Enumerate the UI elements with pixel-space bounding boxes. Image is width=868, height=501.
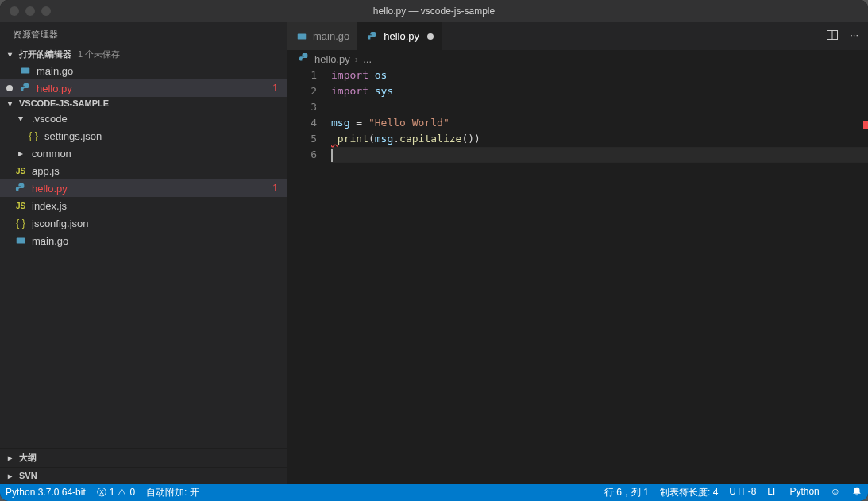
unsaved-badge: 1 个未保存 — [78, 48, 120, 60]
py-file-icon — [19, 83, 32, 94]
chevron-down-icon: ▾ — [3, 99, 16, 108]
warning-icon: ⚠ — [118, 487, 126, 498]
tab-label: hello.py — [384, 30, 419, 42]
statusbar: Python 3.7.0 64-bit ⓧ 1 ⚠ 0 自动附加: 开 行 6，… — [0, 484, 868, 501]
file-label: common — [32, 148, 287, 160]
sb-encoding[interactable]: UTF-8 — [723, 486, 762, 497]
tab-label: main.go — [313, 30, 349, 42]
sb-tab-size[interactable]: 制表符长度: 4 — [654, 486, 723, 499]
file-label: index.js — [32, 200, 287, 212]
file-label: settings.json — [44, 130, 287, 142]
json-icon: { } — [14, 218, 27, 229]
code-line[interactable]: import sys — [331, 83, 868, 99]
tabs-row: main.gohello.py ··· — [287, 22, 868, 50]
sidebar-bottom-sections: ▸ 大纲 ▸ SVN — [0, 448, 287, 484]
js-icon: JS — [14, 202, 27, 210]
traffic-lights — [0, 6, 51, 16]
editor-tab[interactable]: main.go — [287, 22, 358, 50]
file-item[interactable]: main.go — [0, 232, 287, 249]
py-icon — [14, 183, 27, 194]
chevron-right-icon: ▸ — [3, 472, 16, 480]
problems-count: 1 — [272, 83, 278, 94]
code-line[interactable]: import os — [331, 67, 868, 83]
py-file-icon — [366, 31, 379, 42]
editor-tab[interactable]: hello.py — [358, 22, 442, 50]
project-label: VSCODE-JS-SAMPLE — [19, 98, 109, 108]
file-label: app.js — [32, 165, 287, 177]
folder-item[interactable]: ▸common — [0, 145, 287, 162]
code-editor[interactable]: 123456 import osimport sysmsg = "Hello W… — [287, 67, 868, 484]
svn-header[interactable]: ▸ SVN — [0, 467, 287, 484]
line-number: 1 — [287, 67, 317, 83]
file-label: main.go — [37, 65, 287, 77]
go-icon — [14, 235, 27, 246]
open-editors-header[interactable]: ▾ 打开的编辑器 1 个未保存 — [0, 47, 287, 62]
sb-eol[interactable]: LF — [762, 486, 784, 497]
file-label: hello.py — [37, 83, 287, 94]
code-line[interactable]: msg = "Hello World" — [331, 115, 868, 131]
line-number: 6 — [287, 147, 317, 163]
sb-python-interpreter[interactable]: Python 3.7.0 64-bit — [0, 484, 91, 501]
breadcrumb-tail: ... — [363, 53, 372, 65]
titlebar: hello.py — vscode-js-sample — [0, 0, 868, 22]
problems-count: 1 — [272, 183, 278, 194]
outline-header[interactable]: ▸ 大纲 — [0, 448, 287, 467]
line-number: 4 — [287, 115, 317, 131]
sb-problems[interactable]: ⓧ 1 ⚠ 0 — [91, 484, 141, 501]
close-window-button[interactable] — [10, 6, 19, 16]
text-cursor — [331, 149, 333, 162]
line-numbers-gutter: 123456 — [287, 67, 331, 484]
file-label: jsconfig.json — [32, 218, 287, 229]
line-number: 3 — [287, 99, 317, 115]
vscode-window: hello.py — vscode-js-sample 资源管理器 ▾ 打开的编… — [0, 0, 868, 501]
chevron-down-icon: ▾ — [3, 50, 16, 59]
file-label: hello.py — [32, 183, 287, 195]
outline-label: 大纲 — [19, 452, 37, 464]
project-header[interactable]: ▾ VSCODE-JS-SAMPLE — [0, 97, 287, 110]
sb-language-mode[interactable]: Python — [784, 486, 824, 497]
sb-notifications-icon[interactable] — [846, 486, 868, 497]
breadcrumb-file: hello.py — [314, 53, 350, 65]
code-lines[interactable]: import osimport sysmsg = "Hello World" p… — [331, 67, 868, 484]
file-item[interactable]: { }jsconfig.json — [0, 214, 287, 232]
maximize-window-button[interactable] — [41, 6, 51, 16]
line-number: 2 — [287, 83, 317, 99]
svg-rect-0 — [21, 68, 30, 74]
split-editor-icon[interactable] — [826, 29, 839, 44]
breadcrumb[interactable]: hello.py › ... — [287, 50, 868, 67]
chevron-right-icon: ▸ — [3, 453, 16, 462]
sb-warning-count: 0 — [129, 487, 135, 498]
json-icon: { } — [27, 130, 40, 141]
main-area: 资源管理器 ▾ 打开的编辑器 1 个未保存 main.gohello.py1 ▾… — [0, 22, 868, 484]
minimize-window-button[interactable] — [25, 6, 35, 16]
sb-feedback-icon[interactable]: ☺ — [825, 486, 846, 497]
tab-actions: ··· — [826, 29, 868, 44]
line-number: 5 — [287, 131, 317, 147]
svg-rect-2 — [298, 33, 307, 39]
folder-item[interactable]: ▾.vscode — [0, 110, 287, 127]
open-editor-item[interactable]: hello.py1 — [0, 79, 287, 97]
sb-cursor-position[interactable]: 行 6，列 1 — [599, 486, 654, 499]
folder-icon: ▾ — [14, 113, 27, 124]
file-item[interactable]: JSapp.js — [0, 162, 287, 179]
modified-dot-icon — [6, 85, 13, 91]
sb-auto-attach[interactable]: 自动附加: 开 — [141, 484, 205, 501]
file-item[interactable]: JSindex.js — [0, 197, 287, 214]
file-label: .vscode — [32, 113, 287, 125]
modified-dot-icon[interactable] — [427, 33, 434, 40]
file-item[interactable]: hello.py1 — [0, 179, 287, 197]
project-tree: ▾.vscode{ }settings.json▸commonJSapp.jsh… — [0, 110, 287, 249]
code-line[interactable] — [331, 99, 868, 115]
js-icon: JS — [14, 167, 27, 175]
editor-area: main.gohello.py ··· hello.py › ... 12345… — [287, 22, 868, 484]
more-actions-icon[interactable]: ··· — [850, 29, 858, 44]
minimap-error-marker[interactable] — [863, 121, 868, 129]
svg-rect-1 — [17, 238, 25, 244]
open-editor-item[interactable]: main.go — [0, 62, 287, 79]
file-item[interactable]: { }settings.json — [0, 127, 287, 145]
breadcrumb-separator: › — [355, 53, 358, 65]
python-file-icon — [299, 52, 310, 66]
window-title: hello.py — vscode-js-sample — [373, 6, 495, 17]
code-line[interactable]: print(msg.capitalize()) — [331, 131, 868, 147]
file-label: main.go — [32, 235, 287, 247]
